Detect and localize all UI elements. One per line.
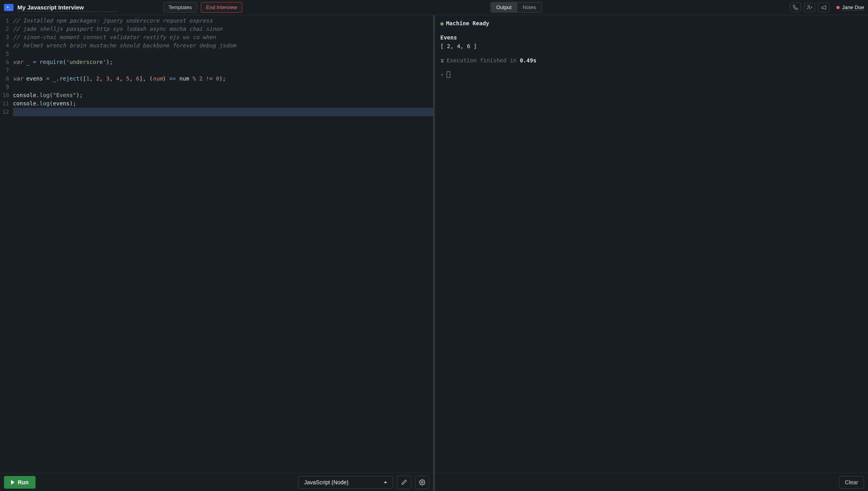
- code-line[interactable]: var _ = require('underscore');: [13, 58, 433, 66]
- code-line[interactable]: console.log(evens);: [13, 99, 433, 108]
- clear-button[interactable]: Clear: [839, 476, 864, 489]
- cursor-icon: [447, 71, 450, 78]
- user-plus-icon: [806, 5, 813, 10]
- tab-notes[interactable]: Notes: [517, 2, 542, 12]
- stdout-line: Evens: [440, 33, 862, 42]
- gear-icon: [419, 479, 425, 485]
- play-icon: [11, 480, 15, 485]
- status-dot-icon: ◉: [440, 20, 443, 26]
- execution-status: ⧗Execution finished in 0.49s: [440, 56, 862, 65]
- line-number: 3: [2, 33, 9, 41]
- line-number: 4: [2, 41, 9, 50]
- prompt-caret-icon: ›: [440, 70, 443, 79]
- run-button[interactable]: Run: [4, 476, 36, 489]
- line-number: 6: [2, 58, 9, 66]
- output-body[interactable]: ◉Machine Ready Evens [ 2, 4, 6 ] ⧗Execut…: [435, 15, 868, 473]
- line-number: 8: [2, 75, 9, 83]
- code-line[interactable]: [13, 108, 433, 116]
- code-line[interactable]: // helmet wrench brain mustache should b…: [13, 41, 433, 50]
- line-number: 12: [2, 108, 9, 116]
- line-number: 10: [2, 91, 9, 99]
- code-line[interactable]: // sinon-chai moment connect validator r…: [13, 33, 433, 41]
- editor-bottombar: Run JavaScript (Node): [0, 473, 433, 491]
- output-bottombar: Clear: [435, 473, 868, 491]
- chevron-up-icon: [384, 481, 387, 483]
- interview-title-input[interactable]: [17, 3, 116, 12]
- phone-icon: [793, 5, 798, 10]
- code-line[interactable]: console.log("Evens");: [13, 91, 433, 99]
- call-button[interactable]: [790, 3, 801, 12]
- templates-button[interactable]: Templates: [163, 2, 197, 13]
- megaphone-icon: [821, 5, 827, 10]
- line-number: 11: [2, 99, 9, 108]
- end-interview-button[interactable]: End Interview: [201, 2, 242, 13]
- repl-prompt[interactable]: ›: [440, 70, 862, 79]
- svg-point-0: [808, 5, 810, 7]
- pencil-icon: [401, 479, 407, 485]
- code-line[interactable]: // Installed npm packages: jquery unders…: [13, 17, 433, 25]
- line-number: 2: [2, 25, 9, 33]
- code-content[interactable]: // Installed npm packages: jquery unders…: [13, 17, 433, 473]
- code-line[interactable]: // jade shelljs passport http sys lodash…: [13, 25, 433, 33]
- code-line[interactable]: [13, 83, 433, 91]
- stdout-line: [ 2, 4, 6 ]: [440, 42, 862, 51]
- line-gutter: 123456789101112: [0, 17, 13, 473]
- settings-button[interactable]: [415, 476, 429, 489]
- tab-output[interactable]: Output: [491, 2, 517, 12]
- code-editor[interactable]: 123456789101112 // Installed npm package…: [0, 15, 433, 473]
- line-number: 7: [2, 66, 9, 75]
- edit-button[interactable]: [397, 476, 411, 489]
- presence-dot-icon: [836, 6, 840, 9]
- app-logo: >_: [4, 4, 13, 11]
- language-label: JavaScript (Node): [304, 479, 348, 485]
- invite-button[interactable]: [804, 3, 815, 12]
- editor-pane: 123456789101112 // Installed npm package…: [0, 15, 435, 491]
- code-line[interactable]: var evens = _.reject([1, 2, 3, 4, 5, 6],…: [13, 75, 433, 83]
- line-number: 1: [2, 17, 9, 25]
- output-pane: ◉Machine Ready Evens [ 2, 4, 6 ] ⧗Execut…: [435, 15, 868, 491]
- hourglass-icon: ⧗: [440, 57, 444, 64]
- machine-status: ◉Machine Ready: [440, 19, 862, 28]
- svg-point-3: [421, 482, 423, 483]
- language-select[interactable]: JavaScript (Node): [298, 476, 393, 489]
- code-line[interactable]: [13, 66, 433, 75]
- user-status[interactable]: Jane Doe: [836, 4, 864, 11]
- run-label: Run: [18, 479, 28, 485]
- line-number: 5: [2, 50, 9, 58]
- code-line[interactable]: [13, 50, 433, 58]
- announce-button[interactable]: [818, 3, 829, 12]
- line-number: 9: [2, 83, 9, 91]
- topbar: >_ Templates End Interview Output Notes …: [0, 0, 868, 15]
- right-panel-tabs: Output Notes: [490, 2, 542, 13]
- user-name-label: Jane Doe: [842, 4, 864, 11]
